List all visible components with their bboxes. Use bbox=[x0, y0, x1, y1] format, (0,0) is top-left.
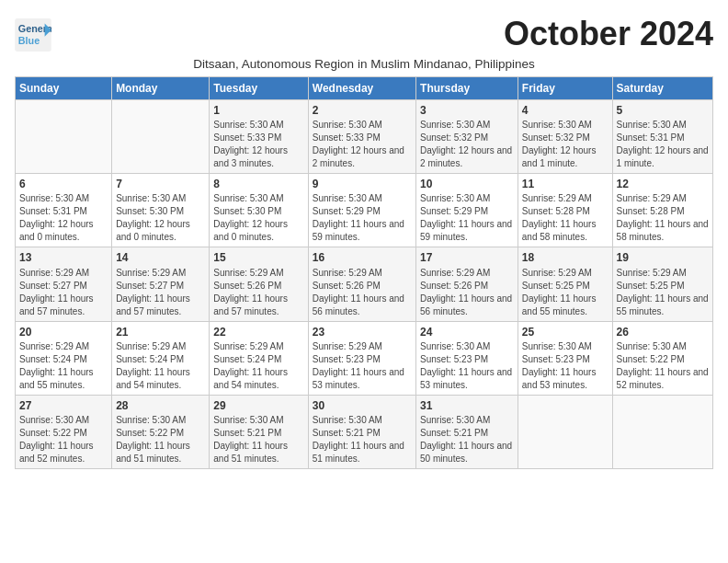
table-row: 5Sunrise: 5:30 AMSunset: 5:31 PMDaylight… bbox=[612, 100, 712, 174]
day-number: 6 bbox=[19, 177, 108, 191]
table-row: 18Sunrise: 5:29 AMSunset: 5:25 PMDayligh… bbox=[518, 247, 612, 321]
day-info: Sunrise: 5:30 AMSunset: 5:21 PMDaylight:… bbox=[420, 414, 514, 465]
day-info: Sunrise: 5:30 AMSunset: 5:29 PMDaylight:… bbox=[313, 192, 412, 244]
table-row: 29Sunrise: 5:30 AMSunset: 5:21 PMDayligh… bbox=[210, 395, 308, 468]
day-info: Sunrise: 5:30 AMSunset: 5:22 PMDaylight:… bbox=[19, 414, 108, 465]
day-info: Sunrise: 5:30 AMSunset: 5:31 PMDaylight:… bbox=[19, 192, 108, 244]
table-row: 1Sunrise: 5:30 AMSunset: 5:33 PMDaylight… bbox=[210, 100, 308, 174]
day-info: Sunrise: 5:30 AMSunset: 5:21 PMDaylight:… bbox=[213, 414, 303, 465]
day-info: Sunrise: 5:30 AMSunset: 5:23 PMDaylight:… bbox=[420, 340, 514, 392]
day-number: 14 bbox=[116, 250, 205, 265]
table-row: 3Sunrise: 5:30 AMSunset: 5:32 PMDaylight… bbox=[416, 100, 518, 174]
day-info: Sunrise: 5:29 AMSunset: 5:27 PMDaylight:… bbox=[116, 267, 205, 318]
header-wednesday: Wednesday bbox=[308, 77, 415, 100]
day-info: Sunrise: 5:30 AMSunset: 5:31 PMDaylight:… bbox=[617, 119, 709, 170]
table-row: 23Sunrise: 5:29 AMSunset: 5:23 PMDayligh… bbox=[308, 321, 415, 395]
day-number: 25 bbox=[522, 325, 609, 339]
day-number: 2 bbox=[313, 103, 412, 118]
day-info: Sunrise: 5:29 AMSunset: 5:27 PMDaylight:… bbox=[19, 267, 108, 318]
day-number: 19 bbox=[617, 250, 709, 265]
day-number: 12 bbox=[617, 177, 709, 191]
table-row: 21Sunrise: 5:29 AMSunset: 5:24 PMDayligh… bbox=[112, 321, 210, 395]
day-info: Sunrise: 5:30 AMSunset: 5:21 PMDaylight:… bbox=[313, 414, 412, 465]
table-row: 8Sunrise: 5:30 AMSunset: 5:30 PMDaylight… bbox=[210, 174, 308, 247]
day-info: Sunrise: 5:29 AMSunset: 5:24 PMDaylight:… bbox=[116, 340, 205, 392]
day-info: Sunrise: 5:29 AMSunset: 5:26 PMDaylight:… bbox=[213, 267, 303, 318]
day-number: 10 bbox=[420, 177, 514, 191]
day-info: Sunrise: 5:29 AMSunset: 5:25 PMDaylight:… bbox=[617, 267, 709, 318]
day-number: 8 bbox=[213, 177, 303, 191]
day-number: 26 bbox=[617, 325, 709, 339]
table-row bbox=[16, 100, 112, 174]
day-number: 15 bbox=[213, 250, 303, 265]
svg-text:Blue: Blue bbox=[18, 35, 40, 46]
day-number: 20 bbox=[19, 325, 108, 339]
day-number: 27 bbox=[19, 398, 108, 413]
table-row: 22Sunrise: 5:29 AMSunset: 5:24 PMDayligh… bbox=[210, 321, 308, 395]
calendar-week-row: 20Sunrise: 5:29 AMSunset: 5:24 PMDayligh… bbox=[16, 321, 713, 395]
header-tuesday: Tuesday bbox=[210, 77, 308, 100]
table-row bbox=[612, 395, 712, 468]
table-row: 9Sunrise: 5:30 AMSunset: 5:29 PMDaylight… bbox=[308, 174, 415, 247]
table-row: 7Sunrise: 5:30 AMSunset: 5:30 PMDaylight… bbox=[112, 174, 210, 247]
day-info: Sunrise: 5:29 AMSunset: 5:26 PMDaylight:… bbox=[420, 267, 514, 318]
table-row bbox=[112, 100, 210, 174]
table-row: 27Sunrise: 5:30 AMSunset: 5:22 PMDayligh… bbox=[16, 395, 112, 468]
day-number: 1 bbox=[213, 103, 303, 118]
day-number: 23 bbox=[313, 325, 412, 339]
day-number: 16 bbox=[313, 250, 412, 265]
page-subtitle: Ditsaan, Autonomous Region in Muslim Min… bbox=[15, 57, 713, 71]
logo: General Blue bbox=[15, 18, 51, 52]
day-info: Sunrise: 5:29 AMSunset: 5:25 PMDaylight:… bbox=[522, 267, 609, 318]
month-title: October 2024 bbox=[504, 15, 713, 53]
table-row: 4Sunrise: 5:30 AMSunset: 5:32 PMDaylight… bbox=[518, 100, 612, 174]
table-row: 25Sunrise: 5:30 AMSunset: 5:23 PMDayligh… bbox=[518, 321, 612, 395]
table-row: 30Sunrise: 5:30 AMSunset: 5:21 PMDayligh… bbox=[308, 395, 415, 468]
day-info: Sunrise: 5:30 AMSunset: 5:29 PMDaylight:… bbox=[420, 192, 514, 244]
day-number: 18 bbox=[522, 250, 609, 265]
table-row: 24Sunrise: 5:30 AMSunset: 5:23 PMDayligh… bbox=[416, 321, 518, 395]
table-row: 26Sunrise: 5:30 AMSunset: 5:22 PMDayligh… bbox=[612, 321, 712, 395]
day-info: Sunrise: 5:29 AMSunset: 5:24 PMDaylight:… bbox=[213, 340, 303, 392]
day-number: 24 bbox=[420, 325, 514, 339]
day-info: Sunrise: 5:30 AMSunset: 5:30 PMDaylight:… bbox=[213, 192, 303, 244]
day-number: 7 bbox=[116, 177, 205, 191]
table-row bbox=[518, 395, 612, 468]
calendar-week-row: 1Sunrise: 5:30 AMSunset: 5:33 PMDaylight… bbox=[16, 100, 713, 174]
day-info: Sunrise: 5:30 AMSunset: 5:32 PMDaylight:… bbox=[522, 119, 609, 170]
header-sunday: Sunday bbox=[16, 77, 112, 100]
day-info: Sunrise: 5:30 AMSunset: 5:22 PMDaylight:… bbox=[116, 414, 205, 465]
day-number: 3 bbox=[420, 103, 514, 118]
day-number: 30 bbox=[313, 398, 412, 413]
day-info: Sunrise: 5:30 AMSunset: 5:32 PMDaylight:… bbox=[420, 119, 514, 170]
page-header: General Blue October 2024 bbox=[15, 15, 713, 53]
table-row: 13Sunrise: 5:29 AMSunset: 5:27 PMDayligh… bbox=[16, 247, 112, 321]
day-info: Sunrise: 5:29 AMSunset: 5:24 PMDaylight:… bbox=[19, 340, 108, 392]
header-thursday: Thursday bbox=[416, 77, 518, 100]
calendar-week-row: 27Sunrise: 5:30 AMSunset: 5:22 PMDayligh… bbox=[16, 395, 713, 468]
day-number: 11 bbox=[522, 177, 609, 191]
table-row: 17Sunrise: 5:29 AMSunset: 5:26 PMDayligh… bbox=[416, 247, 518, 321]
table-row: 19Sunrise: 5:29 AMSunset: 5:25 PMDayligh… bbox=[612, 247, 712, 321]
day-number: 21 bbox=[116, 325, 205, 339]
day-info: Sunrise: 5:29 AMSunset: 5:28 PMDaylight:… bbox=[522, 192, 609, 244]
table-row: 12Sunrise: 5:29 AMSunset: 5:28 PMDayligh… bbox=[612, 174, 712, 247]
day-number: 28 bbox=[116, 398, 205, 413]
day-number: 5 bbox=[617, 103, 709, 118]
table-row: 14Sunrise: 5:29 AMSunset: 5:27 PMDayligh… bbox=[112, 247, 210, 321]
day-number: 9 bbox=[313, 177, 412, 191]
day-number: 4 bbox=[522, 103, 609, 118]
day-info: Sunrise: 5:29 AMSunset: 5:23 PMDaylight:… bbox=[313, 340, 412, 392]
day-number: 29 bbox=[213, 398, 303, 413]
calendar-week-row: 6Sunrise: 5:30 AMSunset: 5:31 PMDaylight… bbox=[16, 174, 713, 247]
table-row: 11Sunrise: 5:29 AMSunset: 5:28 PMDayligh… bbox=[518, 174, 612, 247]
day-info: Sunrise: 5:29 AMSunset: 5:26 PMDaylight:… bbox=[313, 267, 412, 318]
table-row: 10Sunrise: 5:30 AMSunset: 5:29 PMDayligh… bbox=[416, 174, 518, 247]
logo-icon: General Blue bbox=[15, 18, 51, 52]
table-row: 2Sunrise: 5:30 AMSunset: 5:33 PMDaylight… bbox=[308, 100, 415, 174]
day-number: 13 bbox=[19, 250, 108, 265]
day-info: Sunrise: 5:30 AMSunset: 5:33 PMDaylight:… bbox=[213, 119, 303, 170]
day-info: Sunrise: 5:30 AMSunset: 5:23 PMDaylight:… bbox=[522, 340, 609, 392]
calendar-header-row: Sunday Monday Tuesday Wednesday Thursday… bbox=[16, 77, 713, 100]
table-row: 15Sunrise: 5:29 AMSunset: 5:26 PMDayligh… bbox=[210, 247, 308, 321]
